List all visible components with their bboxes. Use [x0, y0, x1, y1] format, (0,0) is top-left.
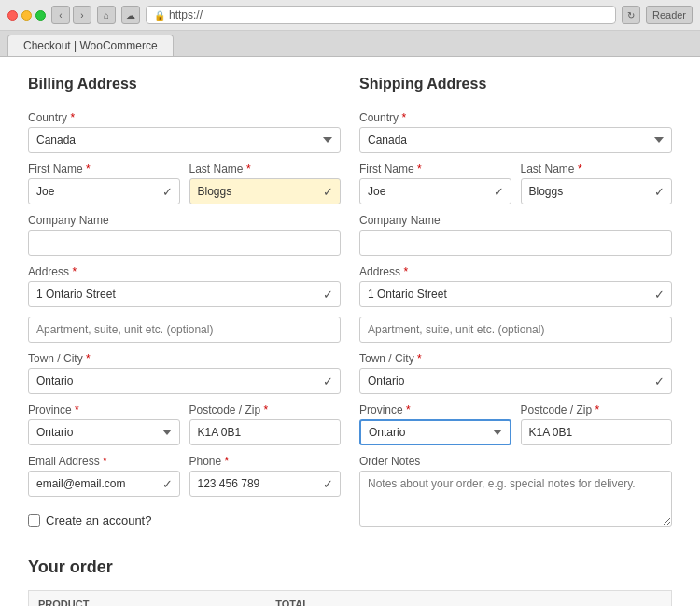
shipping-company-label: Company Name: [359, 214, 672, 227]
order-notes-field: Order Notes: [359, 455, 672, 529]
home-button[interactable]: ⌂: [97, 6, 116, 24]
shipping-column: Shipping Address Country * Canada First …: [359, 76, 672, 539]
billing-province-select[interactable]: Ontario: [28, 419, 180, 445]
shipping-lastname-label: Last Name *: [521, 162, 673, 176]
billing-city-wrapper: ✓: [28, 368, 341, 394]
billing-postcode-label: Postcode / Zip *: [189, 403, 342, 416]
billing-email-wrapper: ✓: [28, 471, 180, 497]
forward-button[interactable]: ›: [73, 6, 91, 24]
billing-email-input[interactable]: [28, 471, 180, 497]
shipping-lastname-field: Last Name * ✓: [521, 162, 673, 204]
shipping-firstname-check-icon: ✓: [494, 185, 504, 199]
shipping-lastname-check-icon: ✓: [654, 185, 665, 199]
shipping-province-zip-row: Province * Ontario Postcode / Zip *: [359, 403, 672, 455]
billing-city-input[interactable]: [28, 368, 341, 394]
shipping-address-input[interactable]: [359, 281, 672, 307]
reader-button[interactable]: Reader: [646, 6, 693, 24]
billing-country-select[interactable]: Canada: [28, 127, 341, 153]
col-product-header: PRODUCT: [29, 591, 267, 607]
billing-company-label: Company Name: [28, 214, 341, 227]
shipping-province-select[interactable]: Ontario: [359, 419, 511, 445]
shipping-company-field: Company Name: [359, 214, 672, 256]
billing-phone-label: Phone *: [189, 455, 342, 468]
billing-phone-field: Phone * ✓: [189, 455, 342, 497]
billing-firstname-label: First Name *: [28, 162, 180, 176]
shipping-firstname-input[interactable]: [359, 178, 511, 204]
billing-province-label: Province *: [28, 403, 180, 416]
traffic-lights: [7, 10, 46, 21]
shipping-address-field: Address * ✓: [359, 265, 672, 307]
shipping-postcode-input[interactable]: [521, 419, 673, 445]
billing-country-label: Country *: [28, 111, 341, 124]
shipping-lastname-input[interactable]: [521, 178, 673, 204]
shipping-city-label: Town / City *: [359, 352, 672, 365]
order-notes-input[interactable]: [359, 471, 672, 527]
shipping-city-input[interactable]: [359, 368, 672, 394]
billing-postcode-field: Postcode / Zip *: [189, 403, 342, 445]
create-account-checkbox[interactable]: [28, 514, 40, 527]
shipping-address2-input[interactable]: [359, 317, 672, 343]
required-marker: *: [70, 111, 75, 124]
billing-firstname-wrapper: ✓: [28, 178, 180, 204]
billing-country-field: Country * Canada: [28, 111, 341, 153]
create-account-label[interactable]: Create an account?: [46, 514, 151, 528]
close-button[interactable]: [7, 10, 18, 21]
lock-icon: 🔒: [154, 10, 165, 21]
shipping-firstname-label: First Name *: [359, 162, 511, 176]
billing-address2-input[interactable]: [28, 317, 341, 343]
shipping-city-field: Town / City * ✓: [359, 352, 672, 394]
billing-city-label: Town / City *: [28, 352, 341, 365]
tab-bar: Checkout | WooCommerce: [0, 31, 700, 57]
billing-postcode-input[interactable]: [189, 419, 342, 445]
shipping-lastname-wrapper: ✓: [521, 178, 673, 204]
billing-lastname-label: Last Name *: [189, 162, 342, 176]
shipping-title: Shipping Address: [359, 76, 672, 98]
billing-city-field: Town / City * ✓: [28, 352, 341, 394]
email-check-icon: ✓: [162, 477, 173, 491]
billing-company-field: Company Name: [28, 214, 341, 256]
order-table: PRODUCT TOTAL Dualit Food XL1500 Process…: [28, 590, 672, 606]
shipping-firstname-wrapper: ✓: [359, 178, 511, 204]
billing-firstname-input[interactable]: [28, 178, 180, 204]
billing-address-label: Address *: [28, 265, 341, 278]
nav-buttons: ‹ ›: [51, 6, 91, 24]
minimize-button[interactable]: [21, 10, 32, 21]
shipping-city-check-icon: ✓: [654, 374, 665, 388]
billing-address2-field: [28, 317, 341, 343]
col-total-header: TOTAL: [266, 591, 671, 607]
shipping-country-select[interactable]: Canada: [359, 127, 672, 153]
shipping-address2-field: [359, 317, 672, 343]
order-notes-label: Order Notes: [359, 455, 672, 468]
billing-lastname-input[interactable]: [189, 178, 342, 204]
shipping-address-wrapper: ✓: [359, 281, 672, 307]
shipping-country-label: Country *: [359, 111, 672, 124]
url-text: https://: [169, 8, 203, 21]
refresh-button[interactable]: ↻: [622, 6, 640, 24]
shipping-address-check-icon: ✓: [654, 288, 665, 302]
shipping-province-label: Province *: [359, 403, 511, 416]
billing-column: Billing Address Country * Canada First N…: [28, 76, 341, 539]
maximize-button[interactable]: [35, 10, 46, 21]
billing-address-input[interactable]: [28, 281, 341, 307]
back-button[interactable]: ‹: [51, 6, 70, 24]
billing-company-input[interactable]: [28, 230, 341, 256]
shipping-postcode-field: Postcode / Zip *: [521, 403, 673, 445]
shipping-company-input[interactable]: [359, 230, 672, 256]
address-bar[interactable]: 🔒 https://: [146, 6, 616, 24]
firstname-check-icon: ✓: [162, 185, 173, 199]
billing-phone-input[interactable]: [189, 471, 342, 497]
billing-province-zip-row: Province * Ontario Postcode / Zip *: [28, 403, 341, 455]
page-content: Billing Address Country * Canada First N…: [0, 57, 700, 606]
phone-check-icon: ✓: [323, 477, 333, 491]
address-columns: Billing Address Country * Canada First N…: [28, 76, 672, 539]
shipping-address-label: Address *: [359, 265, 672, 278]
billing-province-field: Province * Ontario: [28, 403, 180, 445]
shipping-name-row: First Name * ✓ Last Name * ✓: [359, 162, 672, 214]
active-tab[interactable]: Checkout | WooCommerce: [7, 35, 174, 56]
order-section: Your order PRODUCT TOTAL Dualit Food XL1…: [28, 557, 672, 606]
billing-email-field: Email Address * ✓: [28, 455, 180, 497]
create-account-row: Create an account?: [28, 514, 341, 528]
cloud-button[interactable]: ☁: [121, 6, 140, 24]
billing-address-wrapper: ✓: [28, 281, 341, 307]
shipping-postcode-label: Postcode / Zip *: [521, 403, 673, 416]
